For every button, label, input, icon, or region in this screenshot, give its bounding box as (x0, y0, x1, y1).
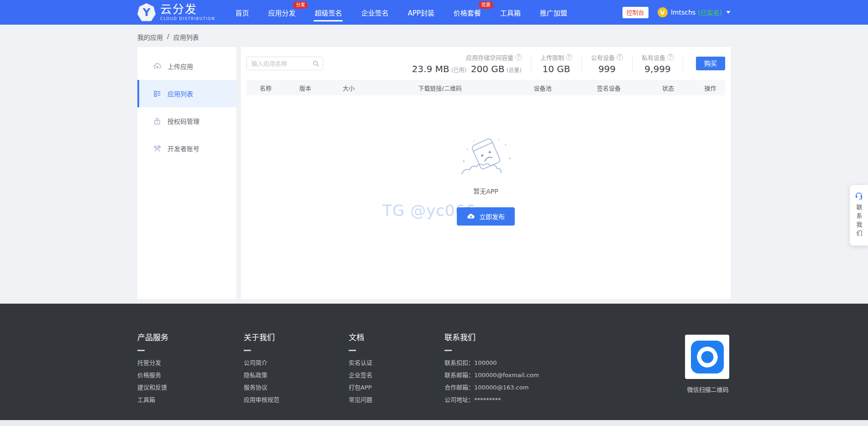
nav-item-pricing[interactable]: 价格套餐 优惠 (454, 0, 481, 25)
logo-monogram-icon: Y (137, 3, 156, 21)
title-underline (244, 350, 251, 351)
nav-item-promotion[interactable]: 推广加盟 (540, 0, 567, 25)
empty-state: 暂无APP 立即发布 (246, 135, 725, 226)
column-signed-devices: 签名设备 (577, 84, 641, 92)
wechat-qr-section: 微信扫描二维码 (685, 335, 731, 406)
sidebar-item-auth-codes[interactable]: 授权码管理 (137, 107, 236, 135)
sidebar-item-label: 开发者账号 (167, 144, 199, 153)
column-size: 大小 (326, 84, 371, 92)
nav-item-super-sign[interactable]: 超级签名 (314, 0, 342, 25)
storage-used-value: 23.9 MB (412, 63, 450, 74)
upload-limit-label: 上传限制 (540, 53, 564, 62)
breadcrumb-bar: 我的应用 / 应用列表 (0, 25, 868, 47)
nav-item-home[interactable]: 首页 (235, 0, 249, 25)
app-list-panel: TG @yc066 应用存储空间容量 ? 23.9 MB(已用)200 GB(总… (241, 47, 731, 299)
company-address: 公司地址：********* (444, 394, 685, 406)
cooperation-email: 合作邮箱：100000@163.com (444, 381, 685, 394)
breadcrumb-item-my-apps[interactable]: 我的应用 (137, 32, 163, 42)
search-box (246, 57, 323, 70)
nav-item-app-package[interactable]: APP封装 (408, 0, 434, 25)
quota-stats: 应用存储空间容量 ? 23.9 MB(已用)200 GB(总量) 上传限制 ? … (412, 53, 725, 74)
footer-link[interactable]: 工具箱 (137, 394, 244, 406)
footer-column-title: 文档 (349, 331, 444, 342)
username[interactable]: lmtschs (671, 9, 695, 16)
footer-link[interactable]: 常见问题 (349, 394, 444, 406)
footer-link[interactable]: 价格服务 (137, 369, 244, 381)
sidebar-item-upload-app[interactable]: 上传应用 (137, 53, 236, 80)
sidebar-item-developer-account[interactable]: 开发者账号 (137, 135, 236, 162)
contact-us-widget[interactable]: 联系我们 (850, 185, 868, 246)
storage-label: 应用存储空间容量 (466, 53, 513, 62)
app-logo-icon (691, 341, 724, 373)
stat-divider (581, 55, 582, 72)
search-icon[interactable] (312, 60, 319, 67)
publish-button-label: 立即发布 (479, 212, 505, 221)
publish-button[interactable]: 立即发布 (457, 207, 515, 226)
realname-status: (已实名) (698, 8, 722, 17)
public-devices-value: 999 (591, 63, 623, 74)
sidebar-item-label: 上传应用 (167, 62, 193, 71)
footer-link[interactable]: 打包APP (349, 381, 444, 394)
table-header: 名称 版本 大小 下载链接/二维码 设备池 签名设备 状态 操作 (246, 80, 725, 95)
headset-icon (854, 191, 863, 200)
app-list-icon (153, 89, 162, 98)
private-devices-label: 私有设备 (642, 53, 665, 62)
footer-column-contact: 联系我们 联系扣扣：100000 联系邮箱：100000@foxmail.com… (444, 331, 685, 406)
lock-icon (153, 117, 162, 126)
footer-link[interactable]: 隐私政策 (244, 369, 349, 381)
brand-subtitle: CLOUD DISTRIBUTION (160, 17, 215, 21)
chevron-down-icon[interactable] (726, 11, 731, 14)
contact-widget-label: 联系我们 (856, 204, 862, 239)
column-status: 状态 (641, 84, 695, 92)
private-devices-stat: 私有设备 ? 9,999 (642, 53, 674, 74)
search-input[interactable] (246, 57, 323, 70)
brand-logo[interactable]: Y 云分发 CLOUD DISTRIBUTION (137, 3, 215, 21)
help-icon[interactable]: ? (667, 54, 674, 60)
footer-link[interactable]: 应用审核规范 (244, 394, 349, 406)
sidebar-item-app-list[interactable]: 应用列表 (137, 80, 236, 107)
breadcrumb-separator: / (167, 32, 169, 42)
public-devices-label: 公有设备 (591, 53, 615, 62)
nav-item-app-distribution[interactable]: 应用分发 分发 (268, 0, 295, 25)
nav-item-enterprise-sign[interactable]: 企业签名 (361, 0, 388, 25)
footer-link[interactable]: 实名认证 (349, 357, 444, 369)
avatar[interactable]: V (658, 7, 668, 17)
console-button[interactable]: 控制台 (622, 7, 648, 18)
private-devices-value: 9,999 (642, 63, 674, 74)
buy-button[interactable]: 购买 (696, 57, 725, 70)
footer-link[interactable]: 公司简介 (244, 357, 349, 369)
nav-item-label: 价格套餐 (454, 8, 481, 17)
stat-divider (632, 55, 633, 72)
empty-text: 暂无APP (473, 186, 498, 195)
column-version: 版本 (285, 84, 326, 92)
storage-stat: 应用存储空间容量 ? 23.9 MB(已用)200 GB(总量) (412, 53, 522, 74)
upload-limit-stat: 上传限制 ? 10 GB (540, 53, 572, 74)
footer-link[interactable]: 建议和反馈 (137, 381, 244, 394)
tools-icon (153, 144, 162, 153)
discount-badge: 优惠 (479, 1, 493, 9)
storage-used-suffix: (已用) (451, 67, 466, 74)
sidebar-item-label: 授权码管理 (167, 116, 199, 126)
help-icon[interactable]: ? (515, 54, 522, 60)
storage-total-suffix: (总量) (507, 67, 522, 74)
public-devices-stat: 公有设备 ? 999 (591, 53, 623, 74)
upload-limit-value: 10 GB (540, 63, 572, 74)
help-icon[interactable]: ? (566, 54, 572, 60)
help-icon[interactable]: ? (617, 54, 623, 60)
nav-item-toolbox[interactable]: 工具箱 (500, 0, 521, 25)
wechat-qr-code (685, 335, 729, 379)
page-bottom-strip (0, 420, 868, 426)
footer-column-title: 关于我们 (244, 331, 349, 342)
storage-total-value: 200 GB (471, 63, 505, 74)
title-underline (137, 350, 145, 351)
footer-link[interactable]: 托管分发 (137, 357, 244, 369)
contact-email: 联系邮箱：100000@foxmail.com (444, 369, 685, 381)
sidebar-item-label: 应用列表 (167, 89, 193, 98)
footer-link[interactable]: 服务协议 (244, 381, 349, 394)
breadcrumb: 我的应用 / 应用列表 (137, 25, 731, 42)
cloud-upload-icon (467, 212, 475, 221)
empty-illustration (452, 135, 520, 183)
title-underline (444, 350, 452, 351)
main-nav: 首页 应用分发 分发 超级签名 企业签名 APP封装 价格套餐 优惠 工具箱 推… (235, 0, 567, 25)
footer-link[interactable]: 企业签名 (349, 369, 444, 381)
